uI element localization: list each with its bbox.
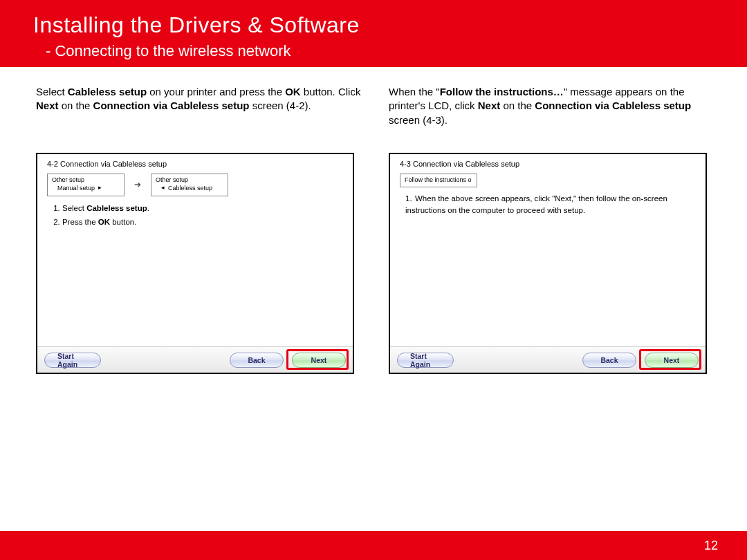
arrow-right-icon: ➔: [134, 180, 141, 189]
right-caret-icon: ▸: [98, 184, 102, 192]
header-band: Installing the Drivers & Software - Conn…: [0, 0, 747, 67]
start-again-button[interactable]: Start Again: [44, 353, 101, 368]
left-caret-icon: ◂: [161, 184, 165, 192]
dialog-title: 4-3 Connection via Cableless setup: [390, 154, 706, 172]
footer-band: 12: [0, 531, 747, 560]
lcd-screen-2: Other setup ◂ Cableless setup: [151, 174, 228, 196]
dialog-title: 4-2 Connection via Cableless setup: [37, 154, 353, 172]
right-instruction: When the "Follow the instructions…" mess…: [389, 85, 714, 128]
lcd-screen: Follow the instructions o: [400, 174, 477, 187]
left-instruction: Select Cableless setup on your printer a…: [36, 85, 361, 128]
dialog-button-bar: Start Again Back Next: [37, 346, 353, 373]
dialog-4-3: 4-3 Connection via Cableless setup Follo…: [389, 153, 707, 374]
start-again-button[interactable]: Start Again: [397, 353, 454, 368]
next-button[interactable]: Next: [292, 353, 346, 368]
back-button[interactable]: Back: [230, 353, 284, 368]
dialog-body: 1.When the above screen appears, click "…: [390, 193, 706, 216]
lcd-screen-1: Other setup Manual setup ▸: [47, 174, 124, 196]
page-subtitle: - Connecting to the wireless network: [46, 42, 747, 60]
right-column: When the "Follow the instructions…" mess…: [389, 85, 714, 374]
next-button[interactable]: Next: [645, 353, 699, 368]
back-button[interactable]: Back: [582, 353, 636, 368]
left-column: Select Cableless setup on your printer a…: [36, 85, 361, 374]
dialog-4-2: 4-2 Connection via Cableless setup Other…: [36, 153, 354, 374]
dialog-button-bar: Start Again Back Next: [390, 346, 706, 373]
page-number: 12: [704, 539, 718, 553]
dialog-body: Select Cableless setup. Press the OK but…: [37, 202, 353, 229]
page-title: Installing the Drivers & Software: [33, 12, 747, 38]
